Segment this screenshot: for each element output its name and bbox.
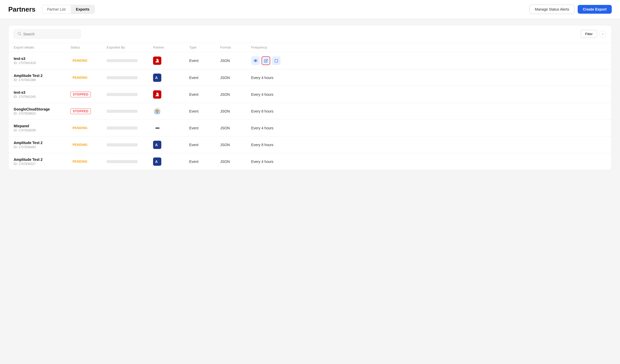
svg-text:A: A <box>155 160 158 164</box>
action-icons <box>251 56 606 65</box>
create-export-button[interactable]: Create Export <box>578 5 612 14</box>
page-header: Partners Partner List Exports Manage Sta… <box>0 0 620 19</box>
view-button[interactable] <box>251 56 260 65</box>
col-header-frequency: Frequency <box>251 45 606 49</box>
type-cell: Event <box>189 160 220 164</box>
search-row: Filter ‹ <box>9 25 611 43</box>
format-cell: JSON <box>220 109 251 113</box>
exported-by-placeholder <box>107 59 138 62</box>
export-details-cell: Amplitude Test 2 ID: 1707838327 <box>14 157 70 166</box>
exported-by-cell <box>107 76 153 79</box>
filter-button[interactable]: Filter <box>581 30 597 38</box>
partner-cell <box>153 57 189 65</box>
partner-cell <box>153 90 189 99</box>
col-header-partner: Partner <box>153 45 189 49</box>
exported-by-placeholder <box>107 93 138 96</box>
frequency-cell <box>251 56 606 65</box>
status-cell: PENDING <box>70 75 107 80</box>
type-cell: Event <box>189 92 220 97</box>
collapse-button[interactable]: ‹ <box>599 30 606 38</box>
col-header-type: Type <box>189 45 220 49</box>
table-container: Filter ‹ Export details Status Exported … <box>8 25 612 170</box>
type-cell: Event <box>189 126 220 130</box>
exported-by-cell <box>107 126 153 130</box>
format-cell: JSON <box>220 160 251 164</box>
format-cell: JSON <box>220 92 251 97</box>
export-details-cell: GoogleCloudStorage ID: 1707839820 <box>14 107 70 115</box>
frequency-cell: Every 4 hours <box>251 92 606 97</box>
export-details-cell: test-s3 ID: 1707841045 <box>14 90 70 99</box>
export-name: GoogleCloudStorage <box>14 107 70 111</box>
tab-exports[interactable]: Exports <box>71 5 94 13</box>
exported-by-placeholder <box>107 160 138 163</box>
partner-cell: A <box>153 141 189 149</box>
frequency-cell: Every 4 hours <box>251 159 606 164</box>
export-name: Amplitude Test 2 <box>14 157 70 162</box>
col-header-export-details: Export details <box>14 45 70 49</box>
export-details-cell: test-s3 ID: 1707841618 <box>14 57 70 65</box>
page-title: Partners <box>8 5 36 13</box>
header-actions: Manage Status Alerts Create Export <box>529 5 612 14</box>
frequency-cell: Every 4 hours <box>251 126 606 130</box>
status-badge: PENDING <box>70 58 90 63</box>
exported-by-cell <box>107 110 153 113</box>
col-header-format: Format <box>220 45 251 49</box>
tab-group: Partner List Exports <box>42 5 95 14</box>
svg-line-1 <box>20 34 21 35</box>
frequency-text: Every 4 hours <box>251 92 273 97</box>
table-row: test-s3 ID: 1707841045 STOPPED Event JSO… <box>9 86 611 103</box>
status-cell: PENDING <box>70 142 107 147</box>
exported-by-cell <box>107 160 153 163</box>
azure-partner-icon <box>153 90 161 99</box>
edit-button[interactable] <box>261 56 270 65</box>
svg-text:A: A <box>155 76 158 80</box>
status-cell: STOPPED <box>70 108 107 114</box>
export-name: Amplitude Test 2 <box>14 74 70 78</box>
export-details-cell: Mixpanel ID: 1707839299 <box>14 124 70 132</box>
svg-point-5 <box>255 60 256 61</box>
type-cell: Event <box>189 76 220 80</box>
frequency-cell: Every 8 hours <box>251 143 606 147</box>
frequency-cell: Every 8 hours <box>251 109 606 114</box>
filter-area: Filter ‹ <box>581 30 606 38</box>
export-id: ID: 1707839299 <box>14 129 70 132</box>
exported-by-cell <box>107 93 153 96</box>
content-area: Filter ‹ Export details Status Exported … <box>0 19 620 176</box>
format-cell: JSON <box>220 143 251 147</box>
status-cell: STOPPED <box>70 92 107 97</box>
partner-cell: A <box>153 74 189 82</box>
format-cell: JSON <box>220 59 251 63</box>
status-badge: STOPPED <box>70 108 91 114</box>
search-input[interactable] <box>23 32 70 36</box>
frequency-cell: Every 4 hours <box>251 75 606 80</box>
table-row: GoogleCloudStorage ID: 1707839820 STOPPE… <box>9 103 611 120</box>
amplitude-partner-icon: A <box>153 74 161 82</box>
table-row: test-s3 ID: 1707841618 PENDING Event JSO… <box>9 52 611 69</box>
export-details-cell: Amplitude Test 2 ID: 1707838493 <box>14 141 70 149</box>
frequency-text: Every 8 hours <box>251 143 273 147</box>
gcs-partner-icon <box>153 107 161 115</box>
svg-rect-6 <box>275 59 277 62</box>
table-header: Export details Status Exported By Partne… <box>9 43 611 52</box>
status-badge: STOPPED <box>70 92 91 97</box>
search-icon <box>18 32 21 36</box>
search-input-wrapper[interactable] <box>14 29 81 38</box>
exported-by-cell <box>107 143 153 146</box>
export-id: ID: 1707841045 <box>14 95 70 99</box>
manage-status-alerts-button[interactable]: Manage Status Alerts <box>529 5 575 14</box>
exported-by-placeholder <box>107 143 138 146</box>
tab-partner-list[interactable]: Partner List <box>42 5 71 13</box>
exported-by-cell <box>107 59 153 62</box>
col-header-exported-by: Exported By <box>107 45 153 49</box>
type-cell: Event <box>189 109 220 113</box>
export-name: Amplitude Test 2 <box>14 141 70 145</box>
export-id: ID: 1707839820 <box>14 112 70 115</box>
status-cell: PENDING <box>70 159 107 164</box>
table-row: Amplitude Test 2 ID: 1707838327 PENDING … <box>9 153 611 170</box>
partner-cell <box>153 107 189 115</box>
svg-point-12 <box>156 111 158 113</box>
type-cell: Event <box>189 143 220 147</box>
export-name: Mixpanel <box>14 124 70 128</box>
col-header-status: Status <box>70 45 107 49</box>
square-button[interactable] <box>272 56 281 65</box>
